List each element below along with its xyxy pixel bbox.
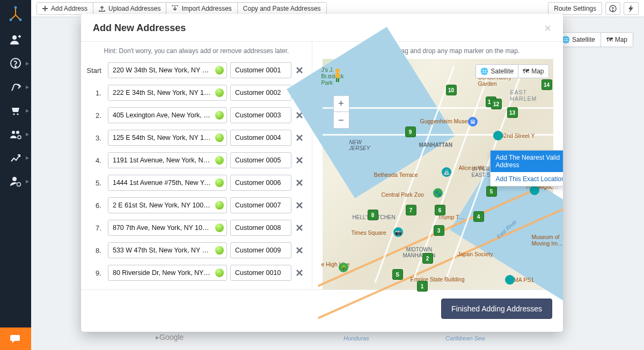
delete-row-button[interactable] <box>295 177 304 188</box>
address-input[interactable] <box>108 197 227 213</box>
address-input[interactable] <box>108 265 227 281</box>
map-marker-14[interactable]: 14 <box>541 79 552 90</box>
paste-addresses-button[interactable]: Copy and Paste Addresses <box>238 3 326 14</box>
svg-point-9 <box>16 131 19 134</box>
map-marker-4[interactable]: 4 <box>473 211 484 222</box>
lightning-icon-button[interactable] <box>624 2 639 15</box>
address-input[interactable] <box>108 85 227 101</box>
add-address-button[interactable]: Add Address <box>37 3 93 14</box>
app-logo[interactable] <box>0 0 31 28</box>
map-satellite-tab[interactable]: 🌐 Satellite <box>476 65 518 78</box>
customer-input[interactable] <box>230 197 291 213</box>
validated-icon <box>215 133 224 142</box>
map-marker-13[interactable]: 13 <box>507 107 518 118</box>
poi-icon-moma <box>505 275 515 285</box>
upload-addresses-button[interactable]: Upload Addresses <box>93 3 166 14</box>
address-row: 2. <box>81 104 312 126</box>
address-row: 1. <box>81 81 312 104</box>
map-marker-2[interactable]: 2 <box>422 253 433 264</box>
pegman-icon[interactable] <box>331 68 346 83</box>
poi-icon-92y <box>493 131 503 140</box>
address-input[interactable] <box>108 130 227 146</box>
map-marker-8[interactable]: 8 <box>368 210 378 220</box>
customer-input[interactable] <box>230 152 291 168</box>
add-address-label: Add Address <box>51 5 87 12</box>
zoom-control: + − <box>333 95 349 129</box>
sidebar-item-orders[interactable]: ▶ <box>0 99 31 122</box>
customer-input[interactable] <box>230 175 291 191</box>
address-list[interactable]: Start1.2.3.4.5.6.7.8.9.10. <box>81 59 312 284</box>
customer-input[interactable] <box>230 265 291 281</box>
svg-point-10 <box>18 136 21 139</box>
sidebar-item-help[interactable]: ▶ <box>0 51 31 75</box>
map-marker-12[interactable]: 12 <box>491 99 502 109</box>
sidebar-item-team[interactable]: ▶ <box>0 122 31 146</box>
sidebar-chat-button[interactable] <box>0 327 31 350</box>
modal-header: Add New Addresses × <box>81 14 563 42</box>
customer-input[interactable] <box>230 85 291 101</box>
map-marker-S[interactable]: S <box>392 269 403 280</box>
address-input[interactable] <box>108 175 227 191</box>
customer-input[interactable] <box>230 130 291 146</box>
map-marker-10[interactable]: 10 <box>446 85 457 95</box>
delete-row-button[interactable] <box>295 222 304 233</box>
address-input[interactable] <box>108 220 227 236</box>
map-canvas[interactable]: 🌐 Satellite 🗺 Map + − NEW JERSEY MANHATT… <box>323 59 553 289</box>
poi-icon-zoo: 🐾 <box>433 188 443 198</box>
map-marker-9[interactable]: 9 <box>405 126 416 137</box>
context-add-nearest[interactable]: Add The Nearest Valid Address <box>491 151 564 172</box>
address-input[interactable] <box>108 62 227 78</box>
map-marker-1[interactable]: 1 <box>417 281 428 292</box>
row-number: Start <box>81 66 105 75</box>
zoom-out-button[interactable]: − <box>334 112 349 128</box>
map-toggle[interactable]: 🌐 Satellite 🗺 Map <box>475 64 548 78</box>
delete-row-button[interactable] <box>295 245 304 256</box>
customer-input[interactable] <box>230 107 291 123</box>
svg-point-2 <box>19 19 22 21</box>
help-icon-button[interactable] <box>605 2 620 15</box>
delete-row-button[interactable] <box>295 132 304 143</box>
poi-icon-museum: 🏛 <box>468 117 478 126</box>
sidebar-item-routes[interactable]: ▶ <box>0 75 31 99</box>
map-context-menu: Add The Nearest Valid Address Add This E… <box>490 150 564 187</box>
delete-row-button[interactable] <box>295 155 304 166</box>
address-input[interactable] <box>108 107 227 123</box>
map-map-tab[interactable]: 🗺 Map <box>518 65 548 78</box>
sidebar-item-user-settings[interactable]: ▶ <box>0 169 31 193</box>
delete-row-button[interactable] <box>295 267 304 278</box>
svg-point-6 <box>13 113 14 115</box>
sidebar-item-add-user[interactable] <box>0 28 31 51</box>
customer-input[interactable] <box>230 242 291 258</box>
validated-icon <box>215 224 224 232</box>
address-input[interactable] <box>108 242 227 258</box>
customer-input[interactable] <box>230 220 291 236</box>
map-marker-6[interactable]: 6 <box>435 205 445 215</box>
import-addresses-button[interactable]: Import Addresses <box>166 3 237 14</box>
modal-close-button[interactable]: × <box>544 25 551 32</box>
bg-google-logo: ▸ Google <box>156 333 184 341</box>
zoom-in-button[interactable]: + <box>334 96 349 112</box>
address-input[interactable] <box>108 152 227 168</box>
bg-map-toggle[interactable]: 🌐 Satellite 🗺 Map <box>556 32 633 47</box>
row-number: 4. <box>81 157 105 165</box>
map-marker-3[interactable]: 3 <box>434 225 444 236</box>
svg-point-7 <box>17 113 18 115</box>
map-label-nj: NEW JERSEY <box>349 139 370 151</box>
svg-point-11 <box>12 177 17 181</box>
customer-input[interactable] <box>230 62 291 78</box>
modal-title: Add New Addresses <box>93 23 186 34</box>
finish-adding-button[interactable]: Finished Adding Addresses <box>441 299 552 319</box>
address-row: 9. <box>81 262 312 284</box>
route-settings-button[interactable]: Route Settings <box>548 2 602 15</box>
delete-row-button[interactable] <box>295 65 304 76</box>
bg-satellite-tab[interactable]: 🌐 Satellite <box>557 33 601 47</box>
row-number: 5. <box>81 179 105 187</box>
sidebar-item-analytics[interactable]: ▶ <box>0 146 31 169</box>
delete-row-button[interactable] <box>295 200 304 211</box>
map-marker-5[interactable]: 5 <box>486 186 497 197</box>
svg-point-1 <box>10 19 12 21</box>
map-marker-7[interactable]: 7 <box>406 205 416 215</box>
context-add-exact[interactable]: Add This Exact Location <box>491 172 564 186</box>
svg-point-15 <box>335 69 340 73</box>
bg-map-tab[interactable]: 🗺 Map <box>601 33 633 47</box>
